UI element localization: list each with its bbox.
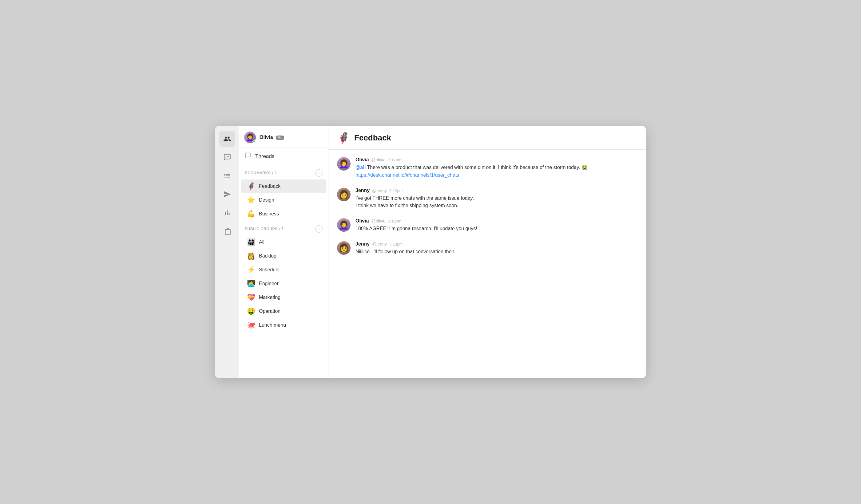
threads-label: Threads: [255, 153, 274, 159]
message-time: 3:12pm: [388, 219, 401, 223]
channel-header: 🦸‍♀️ Feedback: [328, 126, 646, 150]
bookmark-name: Design: [259, 197, 274, 203]
message-row: 👩‍🦱 Olivia @olivia 3:12pm 100% AGREE! I'…: [337, 218, 637, 233]
group-item[interactable]: 🤑 Operation: [241, 305, 326, 318]
message-row: 👩‍🦱 Olivia @olivia 3:11pm @all There was…: [337, 157, 637, 179]
chart-icon[interactable]: [219, 205, 235, 221]
avatar: 👩‍🦱: [244, 131, 256, 143]
public-groups-title: PUBLIC GROUPS • 7: [245, 227, 284, 231]
message-text: @all There was a product that was delive…: [355, 164, 637, 179]
message-handle: @olivia: [371, 157, 386, 162]
channel-title: Feedback: [354, 133, 391, 143]
messages-area: 👩‍🦱 Olivia @olivia 3:11pm @all There was…: [328, 150, 646, 378]
message-avatar: 👩: [337, 241, 351, 255]
main-content: 🦸‍♀️ Feedback 👩‍🦱 Olivia @olivia 3:11pm …: [328, 126, 646, 378]
group-item[interactable]: 👸 Backlog: [241, 249, 326, 263]
message-body: Olivia @olivia 3:12pm 100% AGREE! I'm go…: [355, 218, 637, 233]
message-text: I've got THREE more chats with the same …: [355, 195, 637, 210]
bookmarks-title: BOOKMARKS • 3: [245, 171, 277, 175]
group-name: Lunch menu: [259, 322, 286, 328]
group-emoji: ⚡: [247, 266, 255, 274]
bookmark-emoji: ⭐: [247, 196, 255, 204]
message-author: Olivia: [355, 157, 369, 163]
group-emoji: 👸: [247, 252, 255, 260]
group-name: Operation: [259, 309, 281, 314]
bookmarks-add-button[interactable]: +: [315, 169, 323, 177]
group-item[interactable]: 👨‍👩‍👧‍👦 All: [241, 235, 326, 249]
message-row: 👩 Jenny @jenny 3:13pm Niiiiice. I'll fol…: [337, 241, 637, 256]
message-meta: Olivia @olivia 3:11pm: [355, 157, 637, 163]
message-author: Jenny: [355, 188, 370, 193]
message-handle: @jenny: [372, 241, 387, 247]
public-groups-section-header: PUBLIC GROUPS • 7 +: [239, 221, 328, 235]
bookmarks-section-header: BOOKMARKS • 3 +: [239, 165, 328, 179]
message-meta: Jenny @jenny 3:13pm: [355, 241, 637, 247]
bookmark-item[interactable]: 💪 Business: [241, 207, 326, 221]
message-avatar: 👩‍🦱: [337, 157, 351, 171]
chat-bubbles-icon[interactable]: [219, 149, 235, 165]
user-name: Olivia: [260, 135, 273, 140]
message-body: Jenny @jenny 3:13pm Niiiiice. I'll follo…: [355, 241, 637, 256]
group-emoji: 🤑: [247, 307, 255, 315]
bookmark-item[interactable]: ⭐ Design: [241, 193, 326, 207]
message-body: Jenny @jenny 3:12pm I've got THREE more …: [355, 188, 637, 210]
svg-point-1: [227, 156, 228, 157]
message-body: Olivia @olivia 3:11pm @all There was a p…: [355, 157, 637, 179]
message-avatar: 👩‍🦱: [337, 218, 351, 232]
threads-icon: [245, 152, 251, 160]
public-groups-add-button[interactable]: +: [315, 225, 323, 233]
message-handle: @jenny: [372, 188, 387, 193]
group-item[interactable]: 💝 Marketing: [241, 291, 326, 304]
online-indicator: [252, 140, 256, 143]
group-name: Backlog: [259, 253, 276, 259]
public-groups-list: 👨‍👩‍👧‍👦 All 👸 Backlog ⚡ Schedule 👩‍💻 Eng…: [239, 235, 328, 332]
bookmark-name: Business: [259, 211, 279, 216]
icon-rail: [215, 126, 239, 378]
group-emoji: 👩‍💻: [247, 280, 255, 288]
list-icon[interactable]: [219, 168, 235, 184]
message-avatar: 👩: [337, 188, 351, 201]
message-meta: Olivia @olivia 3:12pm: [355, 218, 637, 224]
message-link[interactable]: https://desk.channel.io/#/channels/1/use…: [355, 172, 459, 178]
group-emoji: 🐙: [247, 321, 255, 329]
app-window: 👩‍🦱 Olivia Me Threads BOOKMARKS • 3 +: [215, 126, 646, 378]
group-name: All: [259, 239, 264, 245]
bookmark-emoji: 💪: [247, 210, 255, 218]
people-icon[interactable]: [219, 131, 235, 147]
message-author: Olivia: [355, 218, 369, 224]
message-text: 100% AGREE! I'm gonna research. I'll upd…: [355, 225, 637, 233]
message-author: Jenny: [355, 241, 370, 247]
mention: @all: [355, 165, 366, 170]
message-time: 3:12pm: [389, 188, 402, 193]
send-icon[interactable]: [219, 186, 235, 202]
bookmark-item[interactable]: 🦸‍♀️ Feedback: [241, 180, 326, 193]
user-info: Olivia Me: [260, 135, 284, 140]
message-meta: Jenny @jenny 3:12pm: [355, 188, 637, 193]
sidebar: 👩‍🦱 Olivia Me Threads BOOKMARKS • 3 +: [239, 126, 328, 378]
message-handle: @olivia: [371, 219, 386, 223]
me-badge: Me: [276, 136, 284, 140]
bookmark-name: Feedback: [259, 183, 281, 189]
group-name: Marketing: [259, 295, 281, 300]
group-name: Engineer: [259, 281, 278, 286]
message-row: 👩 Jenny @jenny 3:12pm I've got THREE mor…: [337, 188, 637, 210]
bookmark-emoji: 🦸‍♀️: [247, 182, 255, 190]
bot-icon[interactable]: [219, 223, 235, 239]
bookmarks-list: 🦸‍♀️ Feedback ⭐ Design 💪 Business: [239, 179, 328, 221]
group-name: Schedule: [259, 267, 279, 272]
svg-point-0: [226, 156, 226, 157]
group-emoji: 👨‍👩‍👧‍👦: [247, 238, 255, 246]
channel-header-emoji: 🦸‍♀️: [337, 131, 350, 144]
threads-item[interactable]: Threads: [239, 148, 328, 165]
message-text: Niiiiice. I'll follow up on that convers…: [355, 248, 637, 256]
svg-point-2: [228, 156, 229, 157]
group-item[interactable]: 🐙 Lunch menu: [241, 318, 326, 332]
message-time: 3:11pm: [388, 158, 401, 162]
message-time: 3:13pm: [389, 242, 402, 247]
group-item[interactable]: 👩‍💻 Engineer: [241, 277, 326, 290]
sidebar-user-header: 👩‍🦱 Olivia Me: [239, 126, 328, 148]
group-emoji: 💝: [247, 294, 255, 302]
group-item[interactable]: ⚡ Schedule: [241, 263, 326, 277]
